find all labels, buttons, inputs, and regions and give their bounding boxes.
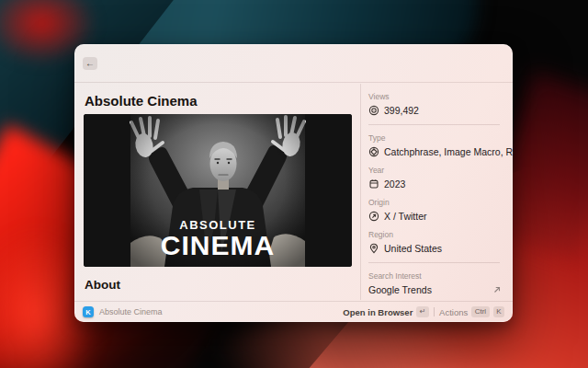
divider bbox=[368, 262, 500, 263]
open-in-browser-label: Open in Browser bbox=[343, 307, 413, 317]
extension-icon-letter: K bbox=[85, 308, 90, 316]
k-key-badge: K bbox=[493, 306, 504, 317]
actions-menu-button[interactable]: Actions Ctrl K bbox=[439, 306, 504, 317]
year-label: Year bbox=[368, 166, 513, 175]
calendar-icon bbox=[368, 178, 379, 190]
footer-divider bbox=[434, 307, 435, 316]
meme-image-graphic: ABSOLUTE CINEMA bbox=[84, 114, 352, 267]
footer-actions: Open in Browser ↵ Actions Ctrl K bbox=[343, 306, 504, 317]
divider bbox=[368, 124, 500, 125]
region-label: Region bbox=[368, 230, 513, 239]
google-trends-link[interactable]: Google Trends bbox=[368, 283, 513, 295]
views-row: 399,492 bbox=[368, 104, 513, 116]
metadata-sidebar: Views 399,492 Type Catchphrase, Image Ma… bbox=[361, 84, 513, 300]
open-in-browser-button[interactable]: Open in Browser ↵ bbox=[343, 306, 429, 317]
views-label: Views bbox=[368, 92, 513, 101]
meme-caption-bottom: CINEMA bbox=[161, 230, 275, 260]
origin-label: Origin bbox=[368, 198, 513, 207]
location-pin-icon bbox=[368, 243, 379, 254]
region-row: United States bbox=[368, 242, 513, 254]
type-value: Catchphrase, Image Macro, Reaction bbox=[384, 146, 513, 157]
extension-icon: K bbox=[83, 306, 94, 317]
views-eye-icon bbox=[368, 105, 379, 116]
google-trends-value: Google Trends bbox=[368, 284, 432, 295]
actions-label: Actions bbox=[439, 307, 468, 317]
year-row: 2023 bbox=[368, 178, 513, 190]
ctrl-key-badge: Ctrl bbox=[471, 306, 489, 317]
meme-image: ABSOLUTE CINEMA bbox=[84, 114, 352, 267]
action-bar: K Absolute Cinema Open in Browser ↵ Acti… bbox=[74, 301, 513, 322]
back-button[interactable]: ← bbox=[83, 57, 97, 70]
detail-pane: Absolute Cinema bbox=[74, 84, 360, 300]
search-interest-label: Search Interest bbox=[368, 271, 513, 281]
back-arrow-icon: ← bbox=[85, 59, 95, 68]
type-row: Catchphrase, Image Macro, Reaction bbox=[368, 145, 513, 157]
page-title: Absolute Cinema bbox=[85, 93, 198, 109]
year-value: 2023 bbox=[384, 178, 405, 190]
region-value: United States bbox=[384, 243, 442, 254]
external-link-icon bbox=[492, 285, 502, 294]
views-value: 399,492 bbox=[384, 105, 419, 116]
window-header: ← bbox=[74, 44, 513, 83]
footer-item-title: Absolute Cinema bbox=[99, 307, 163, 316]
origin-row: X / Twitter bbox=[368, 210, 513, 222]
origin-value: X / Twitter bbox=[384, 211, 427, 222]
window-body: Absolute Cinema bbox=[74, 84, 513, 300]
enter-key-badge: ↵ bbox=[416, 306, 429, 317]
tag-icon bbox=[368, 146, 379, 157]
type-label: Type bbox=[368, 133, 513, 143]
about-heading: About bbox=[85, 278, 120, 292]
compass-icon bbox=[368, 211, 379, 222]
launcher-window: ← Absolute Cinema bbox=[74, 44, 513, 322]
